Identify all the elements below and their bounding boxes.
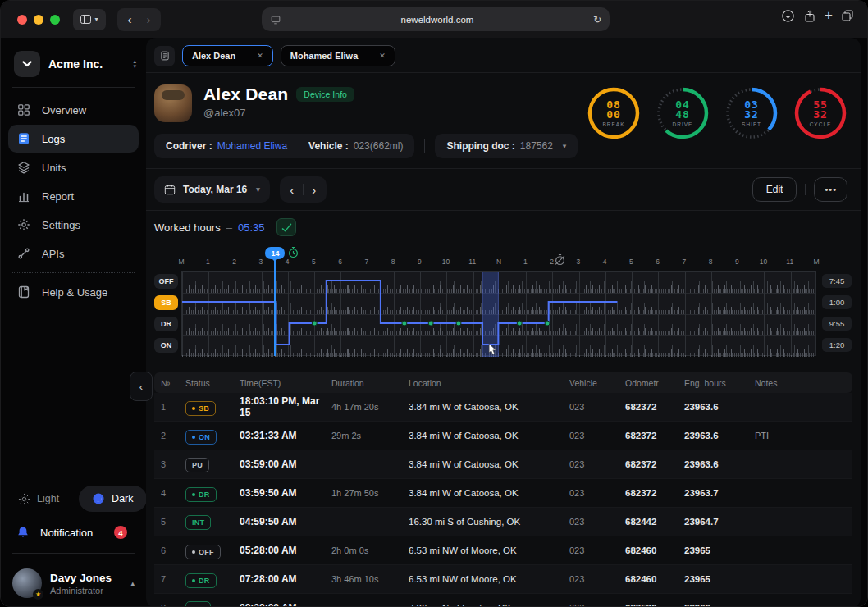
- axis-tick-label: 11: [786, 258, 793, 266]
- theme-light-button[interactable]: Light: [8, 493, 69, 505]
- sidebar-item-apis[interactable]: APIs: [8, 240, 139, 267]
- cell-odo: 682372: [625, 488, 684, 498]
- cell-time: 07:28:00 AM: [240, 573, 331, 585]
- sidebar-item-overview[interactable]: Overview: [8, 96, 139, 124]
- column-header: №: [161, 378, 185, 388]
- sidebar-item-label: Report: [42, 190, 74, 203]
- cell-loc: 7.26 mi N of Lawton, OK: [409, 603, 569, 607]
- notification-label: Notification: [40, 527, 93, 539]
- axis-tick-label: 5: [629, 258, 633, 266]
- forward-button[interactable]: ›: [139, 12, 158, 26]
- time-marker-pill[interactable]: 14: [265, 247, 285, 259]
- minimize-window-button[interactable]: [34, 15, 43, 25]
- cell-veh: 023: [569, 517, 625, 527]
- notification-item[interactable]: Notification 4: [1, 518, 146, 546]
- table-row[interactable]: 4DR03:59:50 AM1h 27m 50s3.84 mi W of Cat…: [154, 479, 852, 508]
- axis-tick-label: 5: [312, 258, 316, 266]
- date-picker[interactable]: Today, Mar 16 ▾: [154, 176, 270, 203]
- cell-num: 8: [161, 603, 185, 607]
- cell-time: 08:28:00 AM: [240, 602, 331, 607]
- edit-button[interactable]: Edit: [752, 177, 797, 202]
- more-options-button[interactable]: •••: [814, 177, 847, 202]
- sidebar-item-help-usage[interactable]: Help & Usage: [8, 278, 139, 306]
- url-bar[interactable]: neweldworld.com ↻: [262, 7, 610, 31]
- cell-notes: PTI: [755, 431, 846, 440]
- back-button[interactable]: ‹: [121, 12, 139, 26]
- sidebar-item-settings[interactable]: Settings: [8, 211, 139, 239]
- driver-handle: @alex07: [203, 107, 354, 119]
- traffic-lights: [17, 15, 60, 25]
- duty-row-label-on[interactable]: ON: [154, 338, 178, 353]
- user-profile[interactable]: ★ Davy Jones Administrator ▴: [1, 562, 146, 600]
- org-name: Acme Inc.: [48, 57, 125, 71]
- axis-tick-label: 7: [682, 258, 686, 266]
- cell-dur: 3h 46m 10s: [331, 574, 409, 584]
- new-tab-button[interactable]: +: [825, 7, 833, 24]
- cell-veh: 023: [569, 574, 625, 584]
- close-tab-icon[interactable]: ✕: [379, 52, 386, 60]
- downloads-button[interactable]: [781, 9, 795, 23]
- cell-loc: 6.53 mi NW of Moore, OK: [409, 545, 569, 555]
- sidebar: Acme Inc. ▴▾ OverviewLogsUnitsReportSett…: [1, 38, 146, 607]
- chevron-up-icon[interactable]: ▴: [130, 579, 135, 587]
- log-controls: Today, Mar 16 ▾ ‹ › Edit •••: [146, 169, 861, 210]
- org-switch-icon[interactable]: ▴▾: [133, 59, 136, 69]
- sidebar-item-label: Help & Usage: [42, 286, 107, 299]
- driver-tab-2[interactable]: Mohamed Eliwa✕: [281, 45, 395, 66]
- status-badge: DR: [185, 573, 217, 588]
- close-window-button[interactable]: [17, 15, 27, 25]
- duty-row-label-off[interactable]: OFF: [154, 274, 178, 289]
- browser-sidebar-toggle[interactable]: ▾: [73, 9, 106, 30]
- driver-name: Alex Dean: [203, 84, 288, 104]
- table-row[interactable]: 2ON03:31:33 AM29m 2s3.84 mi W of Catoosa…: [154, 422, 852, 450]
- tab-list-button[interactable]: [154, 46, 175, 66]
- reload-icon[interactable]: ↻: [593, 14, 601, 25]
- prev-day-button[interactable]: ‹: [281, 183, 303, 197]
- graph-grid[interactable]: [181, 271, 816, 356]
- browser-toolbar-right: +: [781, 7, 854, 24]
- status-badge: DR: [185, 487, 217, 502]
- driver-tab-1[interactable]: Alex Dean✕: [182, 45, 273, 66]
- table-row[interactable]: 7DR07:28:00 AM3h 46m 10s6.53 mi NW of Mo…: [154, 565, 852, 594]
- cell-odo: 682442: [625, 517, 684, 527]
- theme-dark-button[interactable]: Dark: [79, 486, 146, 512]
- table-row[interactable]: 1SB18:03:10 PM, Mar 154h 17m 20s3.84 mi …: [154, 393, 852, 422]
- sidebar-item-units[interactable]: Units: [8, 153, 139, 181]
- share-button[interactable]: [803, 9, 816, 23]
- device-info-badge[interactable]: Device Info: [296, 87, 354, 102]
- shipping-doc-pill[interactable]: Shipping doc : 187562 ▾: [435, 134, 578, 158]
- duty-row-label-dr[interactable]: DR: [154, 317, 178, 331]
- gauge-label: CYCLE: [810, 121, 832, 127]
- table-row[interactable]: 5INT04:59:50 AM16.30 mi S of Cushing, OK…: [154, 508, 852, 536]
- axis-tick-label: 9: [735, 258, 739, 266]
- log-events-table: №StatusTime(EST)DurationLocationVehicleO…: [154, 372, 852, 607]
- duty-status-graph[interactable]: M1234567891011N1234567891011MOFF7:45SB1:…: [154, 246, 852, 366]
- table-row[interactable]: 3PU03:59:00 AM3.84 mi W of Catoosa, OK02…: [154, 450, 852, 479]
- axis-tick-label: 11: [468, 258, 476, 266]
- axis-tick-label: 7: [364, 258, 368, 266]
- axis-tick-label: M: [178, 258, 184, 266]
- cell-time: 18:03:10 PM, Mar 15: [240, 395, 331, 418]
- browser-window: ▾ ‹ › neweldworld.com ↻ +: [0, 0, 868, 607]
- cell-loc: 16.30 mi S of Cushing, OK: [409, 517, 569, 527]
- sidebar-item-logs[interactable]: Logs: [8, 125, 139, 153]
- tab-overview-button[interactable]: [841, 9, 854, 22]
- sidebar-item-report[interactable]: Report: [8, 182, 139, 210]
- table-row[interactable]: 6OFF05:28:00 AM2h 0m 0s6.53 mi NW of Moo…: [154, 536, 852, 565]
- axis-tick-label: 4: [603, 258, 607, 266]
- sidebar-collapse-button[interactable]: ‹: [130, 372, 153, 401]
- cell-loc: 3.84 mi W of Catoosa, OK: [409, 431, 569, 440]
- org-switcher[interactable]: Acme Inc. ▴▾: [1, 44, 146, 85]
- chart-icon: [16, 189, 31, 203]
- codriver-label: Codriver :: [166, 140, 212, 152]
- zoom-window-button[interactable]: [50, 15, 60, 25]
- table-row[interactable]: 8INT08:28:00 AM7.26 mi N of Lawton, OK02…: [154, 594, 852, 607]
- close-tab-icon[interactable]: ✕: [257, 52, 263, 60]
- divider: [12, 553, 135, 554]
- signature-check-button[interactable]: [276, 218, 296, 236]
- cell-veh: 023: [569, 431, 625, 440]
- codriver-link[interactable]: Mohamed Eliwa: [217, 140, 287, 152]
- time-marker-line: [274, 261, 276, 356]
- next-day-button[interactable]: ›: [304, 183, 325, 197]
- duty-row-label-sb[interactable]: SB: [154, 295, 178, 310]
